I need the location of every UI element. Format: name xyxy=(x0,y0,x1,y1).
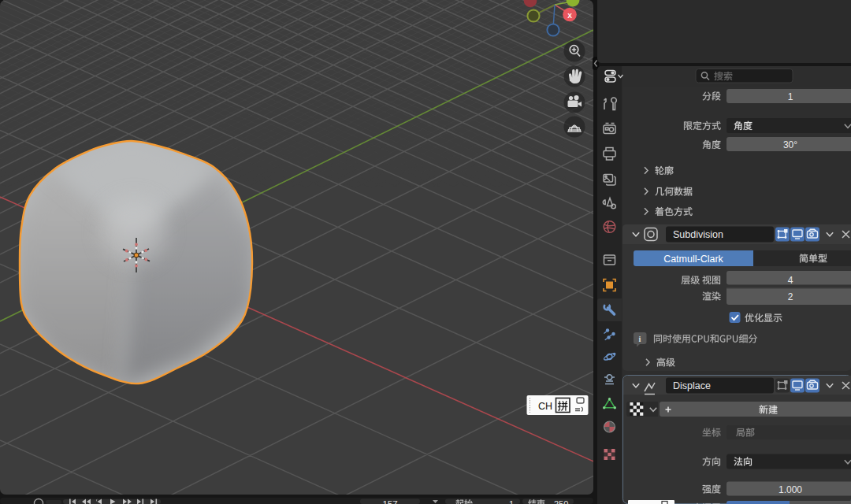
svg-text:Displace: Displace xyxy=(673,380,711,391)
svg-text:250: 250 xyxy=(554,499,568,504)
svg-text:Catmull-Clark: Catmull-Clark xyxy=(663,254,723,265)
svg-text:X: X xyxy=(567,12,572,20)
svg-text:1.000: 1.000 xyxy=(779,484,802,495)
svg-text:Subdivision: Subdivision xyxy=(673,229,723,240)
svg-text:30°: 30° xyxy=(783,139,797,150)
svg-text:1: 1 xyxy=(509,499,514,504)
svg-text:CH: CH xyxy=(538,401,552,412)
svg-text:2: 2 xyxy=(788,291,793,302)
svg-text:i: i xyxy=(639,335,641,343)
svg-text:4: 4 xyxy=(788,275,793,286)
svg-text:157: 157 xyxy=(382,499,397,504)
svg-text:1: 1 xyxy=(788,91,793,102)
